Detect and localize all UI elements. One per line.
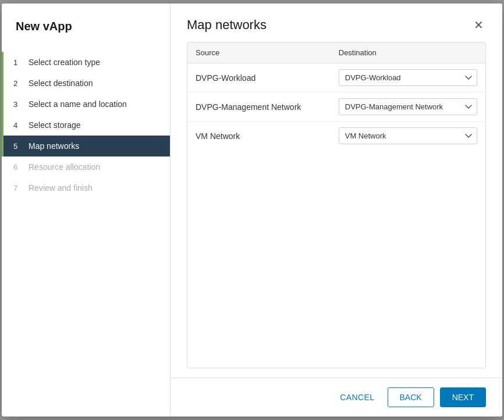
step-label-1: Select creation type [29, 58, 100, 67]
source-column-header: Source [187, 42, 331, 63]
dialog-footer: CANCEL BACK NEXT [171, 378, 502, 417]
destination-column-header: Destination [331, 42, 485, 63]
step-label-4: Select storage [29, 120, 81, 130]
destination-select-1[interactable]: DVPG-WorkloadDVPG-Management NetworkVM N… [339, 98, 477, 115]
source-cell-0: DVPG-Workload [187, 63, 331, 92]
step-label-6: Resource allocation [29, 162, 100, 172]
sidebar-step-2[interactable]: 2Select destination [2, 73, 170, 94]
main-header: Map networks ✕ [171, 3, 502, 42]
source-cell-2: VM Network [187, 122, 331, 151]
step-number-2: 2 [13, 79, 23, 88]
step-number-6: 6 [13, 163, 23, 172]
back-button[interactable]: BACK [388, 387, 434, 407]
new-vapp-dialog: New vApp 1Select creation type2Select de… [2, 3, 502, 417]
sidebar-step-1[interactable]: 1Select creation type [2, 52, 170, 73]
sidebar-step-6: 6Resource allocation [2, 156, 170, 177]
step-number-5: 5 [13, 142, 23, 151]
networks-table: Source Destination DVPG-WorkloadDVPG-Wor… [187, 42, 485, 150]
table-row: DVPG-Management NetworkDVPG-WorkloadDVPG… [187, 92, 485, 122]
step-label-2: Select destination [29, 79, 93, 88]
step-number-7: 7 [13, 184, 23, 193]
destination-select-0[interactable]: DVPG-WorkloadDVPG-Management NetworkVM N… [339, 69, 477, 86]
table-row: VM NetworkDVPG-WorkloadDVPG-Management N… [187, 122, 485, 151]
destination-cell-1: DVPG-WorkloadDVPG-Management NetworkVM N… [331, 92, 485, 122]
main-content: Map networks ✕ Source Destination DVPG-W… [171, 3, 502, 417]
step-label-3: Select a name and location [29, 99, 127, 109]
step-number-1: 1 [13, 58, 23, 67]
sidebar: New vApp 1Select creation type2Select de… [2, 3, 171, 417]
source-cell-1: DVPG-Management Network [187, 92, 331, 122]
destination-select-2[interactable]: DVPG-WorkloadDVPG-Management NetworkVM N… [339, 127, 477, 144]
step-number-3: 3 [13, 100, 23, 109]
sidebar-step-4[interactable]: 4Select storage [2, 115, 170, 136]
sidebar-step-7: 7Review and finish [2, 177, 170, 198]
main-title: Map networks [187, 17, 267, 33]
step-label-7: Review and finish [29, 183, 93, 193]
step-label-5: Map networks [29, 141, 79, 151]
sidebar-step-5[interactable]: 5Map networks [2, 136, 170, 156]
step-number-4: 4 [13, 121, 23, 130]
destination-cell-0: DVPG-WorkloadDVPG-Management NetworkVM N… [331, 63, 485, 92]
cancel-button[interactable]: CANCEL [333, 388, 381, 407]
sidebar-step-3[interactable]: 3Select a name and location [2, 94, 170, 115]
close-button[interactable]: ✕ [471, 18, 486, 32]
steps-list: 1Select creation type2Select destination… [2, 52, 170, 417]
networks-table-container: Source Destination DVPG-WorkloadDVPG-Wor… [187, 42, 486, 368]
table-row: DVPG-WorkloadDVPG-WorkloadDVPG-Managemen… [187, 63, 485, 92]
sidebar-title: New vApp [2, 3, 170, 47]
destination-cell-2: DVPG-WorkloadDVPG-Management NetworkVM N… [331, 122, 485, 151]
next-button[interactable]: NEXT [440, 387, 486, 407]
